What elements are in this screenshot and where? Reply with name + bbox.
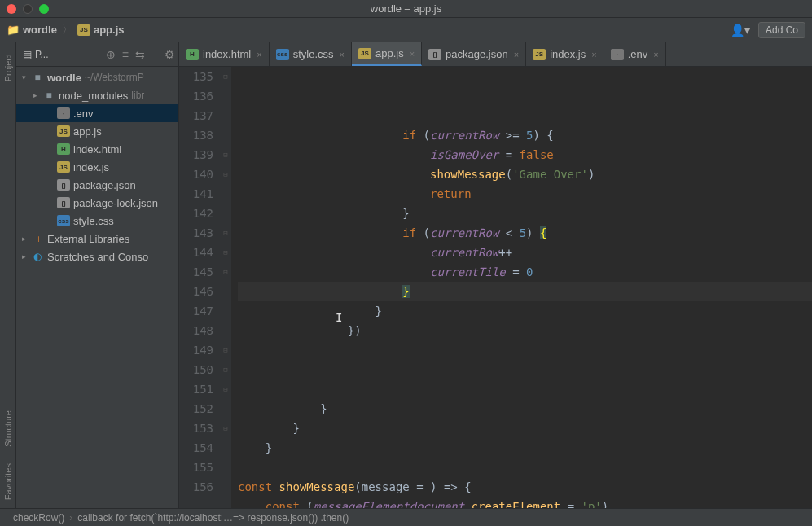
favorites-tool-tab[interactable]: Favorites <box>3 463 13 500</box>
env-file-icon: · <box>57 107 70 119</box>
close-icon[interactable] <box>7 4 16 14</box>
scratch-icon: ◐ <box>31 251 44 262</box>
tool-window-strip-left: Project Structure Favorites <box>0 42 16 508</box>
tab-package-json[interactable]: {} package.json × <box>422 42 526 66</box>
js-file-icon: JS <box>358 48 371 59</box>
tree-item-style-css[interactable]: css style.css <box>16 212 178 230</box>
fold-gutter: ⊟⊟⊟⊟⊟⊟⊟⊟⊟⊟ <box>220 67 231 508</box>
tree-item-app-js[interactable]: JS app.js <box>16 122 178 140</box>
tab-env[interactable]: · .env × <box>604 42 666 66</box>
folder-icon: ■ <box>31 72 44 83</box>
close-icon[interactable]: × <box>257 50 261 59</box>
json-file-icon: {} <box>57 197 70 208</box>
json-file-icon: {} <box>428 49 441 60</box>
titlebar: wordle – app.js <box>0 0 812 18</box>
collapse-all-icon[interactable]: ⇆ <box>135 48 145 61</box>
tree-item-project-root[interactable]: ▾ ■ wordle ~/WebstormP <box>16 68 178 86</box>
code-editor[interactable]: 1351361371381391401411421431441451461471… <box>179 67 812 508</box>
navigation-bar: 📁 wordle 〉 JS app.js 👤▾ Add Co <box>0 18 812 42</box>
project-sidebar: ▤ P... ⊕ ≡ ⇆ ⚙ ▾ ■ wordle ~/WebstormP ▸ … <box>16 42 179 508</box>
tree-item-env[interactable]: · .env <box>16 104 178 122</box>
editor-area: H index.html × css style.css × JS app.js… <box>179 42 812 508</box>
chevron-down-icon[interactable]: ▾ <box>20 73 28 81</box>
breadcrumb-file[interactable]: JS app.js <box>77 24 125 36</box>
close-icon[interactable]: × <box>514 50 519 59</box>
breadcrumb-root[interactable]: 📁 wordle <box>7 24 57 36</box>
sidebar-toolbar: ▤ P... ⊕ ≡ ⇆ ⚙ <box>16 42 178 67</box>
chevron-right-icon[interactable]: ▸ <box>20 252 28 261</box>
editor-tabs: H index.html × css style.css × JS app.js… <box>179 42 812 67</box>
chevron-right-icon[interactable]: ▸ <box>20 235 28 243</box>
structure-tool-tab[interactable]: Structure <box>3 410 13 447</box>
js-file-icon: JS <box>57 161 70 173</box>
project-tool-tab[interactable]: Project <box>3 54 13 81</box>
tab-index-js[interactable]: JS index.js × <box>526 42 604 66</box>
expand-all-icon[interactable]: ≡ <box>122 48 129 61</box>
project-icon: ▤ <box>23 49 32 60</box>
code-content[interactable]: I if (currentRow >= 5) { isGameOver = fa… <box>231 67 812 508</box>
editor-breadcrumb: checkRow() › callback for fetch(`http://… <box>0 508 812 526</box>
breadcrumb-separator: 〉 <box>62 23 72 37</box>
select-opened-file-icon[interactable]: ⊕ <box>106 48 116 61</box>
breadcrumb-item[interactable]: callback for fetch(`http://localhost:…=>… <box>77 512 349 524</box>
user-icon[interactable]: 👤▾ <box>731 24 750 37</box>
chevron-right-icon: › <box>69 512 72 524</box>
env-file-icon: · <box>611 49 624 60</box>
close-icon[interactable]: × <box>410 49 415 59</box>
tree-item-node-modules[interactable]: ▸ ■ node_modules libr <box>16 86 178 104</box>
add-configuration-button[interactable]: Add Co <box>758 22 805 38</box>
js-file-icon: JS <box>533 49 546 60</box>
tab-style-css[interactable]: css style.css × <box>270 42 352 66</box>
text-cursor-icon: I <box>336 308 342 327</box>
project-panel-title[interactable]: ▤ P... <box>20 49 51 60</box>
html-file-icon: H <box>57 143 70 155</box>
maximize-icon[interactable] <box>39 4 49 14</box>
close-icon[interactable]: × <box>340 50 345 59</box>
tab-index-html[interactable]: H index.html × <box>179 42 270 66</box>
breadcrumb-item[interactable]: checkRow() <box>13 512 64 524</box>
folder-icon: 📁 <box>7 24 20 36</box>
window-title: wordle – app.js <box>371 2 441 15</box>
close-icon[interactable]: × <box>653 50 658 59</box>
line-number-gutter: 1351361371381391401411421431441451461471… <box>179 67 220 508</box>
css-file-icon: css <box>57 215 70 226</box>
tree-item-external-libraries[interactable]: ▸ ⫞ External Libraries <box>16 230 178 248</box>
window-controls <box>7 4 49 14</box>
tree-item-scratches[interactable]: ▸ ◐ Scratches and Conso <box>16 248 178 265</box>
settings-icon[interactable]: ⚙ <box>165 48 175 61</box>
close-icon[interactable]: × <box>591 50 596 59</box>
minimize-icon[interactable] <box>23 4 33 14</box>
tab-app-js[interactable]: JS app.js × <box>352 42 422 66</box>
tree-item-package-json[interactable]: {} package.json <box>16 176 178 194</box>
css-file-icon: css <box>276 49 289 60</box>
js-file-icon: JS <box>57 125 70 137</box>
tree-item-index-html[interactable]: H index.html <box>16 140 178 158</box>
js-file-icon: JS <box>77 24 90 36</box>
html-file-icon: H <box>186 49 199 60</box>
file-tree: ▾ ■ wordle ~/WebstormP ▸ ■ node_modules … <box>16 67 178 508</box>
chevron-right-icon[interactable]: ▸ <box>31 91 39 99</box>
tree-item-index-js[interactable]: JS index.js <box>16 158 178 176</box>
json-file-icon: {} <box>57 179 70 191</box>
folder-icon: ■ <box>42 90 55 101</box>
tree-item-package-lock[interactable]: {} package-lock.json <box>16 194 178 212</box>
library-icon: ⫞ <box>31 233 44 244</box>
